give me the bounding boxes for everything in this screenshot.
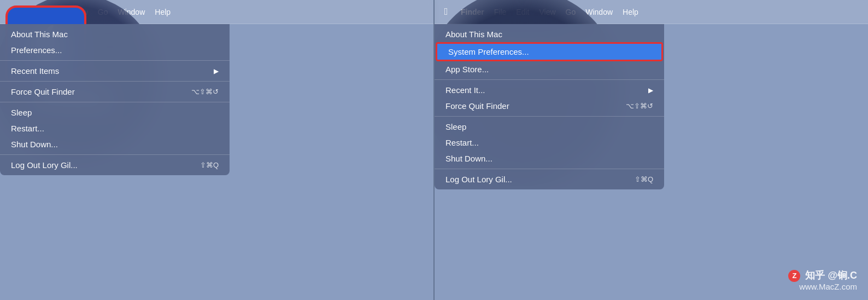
- menu-item-label: About This Mac: [445, 30, 502, 39]
- menu-item-sleep-right[interactable]: Sleep: [435, 119, 664, 135]
- menu-item-label: About This Mac: [11, 30, 68, 39]
- right-dropdown-menu: About This Mac System Preferences... App…: [435, 24, 664, 189]
- menu-item-shutdown-left[interactable]: Shut Down...: [0, 136, 230, 152]
- menubar-go-right[interactable]: Go: [566, 8, 576, 16]
- menu-divider: [435, 169, 664, 169]
- menu-item-label: Shut Down...: [445, 154, 492, 163]
- menu-divider: [0, 81, 230, 82]
- left-dropdown-menu: About This Mac Preferences... Recent Ite…: [0, 24, 230, 175]
- watermark-icon: Z: [788, 270, 800, 282]
- menu-item-appstore-right[interactable]: App Store...: [435, 61, 664, 77]
- menu-item-restart-left[interactable]: Restart...: [0, 120, 230, 136]
- menubar-finder-right[interactable]: Finder: [461, 8, 484, 16]
- menu-item-label: Restart...: [445, 138, 479, 147]
- menu-item-about-left[interactable]: About This Mac: [0, 26, 230, 42]
- menu-item-restart-right[interactable]: Restart...: [435, 135, 664, 151]
- watermark: Z 知乎 @锏.C www.MacZ.com: [788, 269, 857, 291]
- watermark-line1: Z 知乎 @锏.C: [788, 269, 857, 282]
- shortcut-label: ⇧⌘Q: [200, 161, 219, 169]
- menubar-help-right[interactable]: Help: [623, 8, 638, 16]
- menu-item-label: App Store...: [445, 65, 489, 74]
- submenu-arrow: ▶: [214, 67, 219, 75]
- menubar-file-right[interactable]: File: [494, 8, 507, 16]
- shortcut-label: ⇧⌘Q: [635, 175, 653, 183]
- menu-item-label: System Preferences...: [448, 47, 529, 56]
- menu-divider: [0, 154, 230, 155]
- menu-item-label: Force Quit Finder: [11, 87, 75, 96]
- menu-item-label: Sleep: [11, 108, 32, 117]
- menu-item-label: Shut Down...: [11, 140, 58, 149]
- menubar-edit-right[interactable]: Edit: [516, 8, 529, 16]
- menubar-window-right[interactable]: Window: [585, 8, 613, 16]
- menubar-help-left[interactable]: Help: [155, 8, 171, 16]
- menu-divider: [435, 79, 664, 80]
- menu-item-label: Recent It...: [445, 85, 485, 95]
- menu-divider: [0, 102, 230, 102]
- menu-item-shutdown-right[interactable]: Shut Down...: [435, 151, 664, 166]
- menu-item-sleep-left[interactable]: Sleep: [0, 105, 230, 120]
- menu-item-label: Log Out Lory Gil...: [445, 175, 512, 184]
- left-panel:  File Edit View Go Window Help Abc Abou…: [0, 0, 433, 300]
- menu-item-force-quit-left[interactable]: Force Quit Finder ⌥⇧⌘↺: [0, 84, 230, 100]
- menu-item-logout-right[interactable]: Log Out Lory Gil... ⇧⌘Q: [435, 171, 664, 187]
- menu-item-label: Recent Items: [11, 66, 59, 76]
- submenu-arrow: ▶: [648, 86, 653, 94]
- right-menubar:  Finder File Edit View Go Window Help: [435, 0, 868, 24]
- menu-item-label: Restart...: [11, 124, 44, 133]
- menu-item-sysprefs-right[interactable]: System Preferences...: [436, 42, 663, 61]
- menu-item-about-right[interactable]: About This Mac: [435, 26, 664, 42]
- menu-item-force-quit-right[interactable]: Force Quit Finder ⌥⇧⌘↺: [435, 98, 664, 114]
- menubar-go-left[interactable]: Go: [98, 8, 108, 16]
- menu-item-label: Preferences...: [11, 45, 62, 55]
- menu-item-recent-right[interactable]: Recent It... ▶: [435, 82, 664, 98]
- menu-divider: [435, 116, 664, 117]
- menu-item-logout-left[interactable]: Log Out Lory Gil... ⇧⌘Q: [0, 157, 230, 173]
- apple-logo-menubar-right[interactable]: : [441, 7, 451, 17]
- menu-item-label: Force Quit Finder: [445, 101, 509, 111]
- menu-item-recent-left[interactable]: Recent Items ▶: [0, 63, 230, 79]
- watermark-line2: www.MacZ.com: [788, 282, 857, 291]
- shortcut-label: ⌥⇧⌘↺: [626, 102, 653, 110]
- shortcut-label: ⌥⇧⌘↺: [191, 88, 219, 96]
- menu-divider: [0, 60, 230, 61]
- menubar-window-left[interactable]: Window: [118, 8, 145, 16]
- menu-item-label: Log Out Lory Gil...: [11, 160, 78, 170]
- menubar-view-right[interactable]: View: [539, 8, 555, 16]
- menu-item-preferences-left[interactable]: Preferences...: [0, 42, 230, 58]
- menu-item-label: Sleep: [445, 122, 466, 131]
- right-panel:  Finder File Edit View Go Window Help A…: [435, 0, 868, 300]
